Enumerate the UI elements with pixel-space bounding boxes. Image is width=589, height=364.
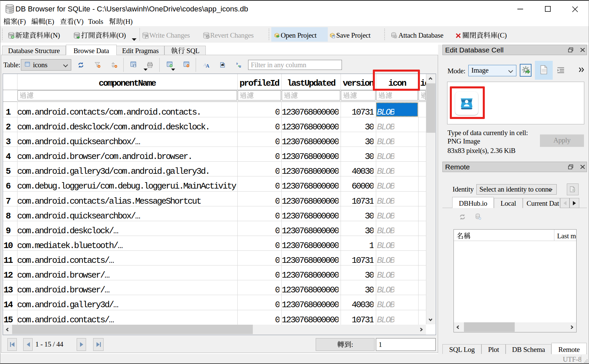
svg-text:A: A bbox=[206, 63, 209, 68]
svg-text:b: b bbox=[236, 62, 238, 65]
